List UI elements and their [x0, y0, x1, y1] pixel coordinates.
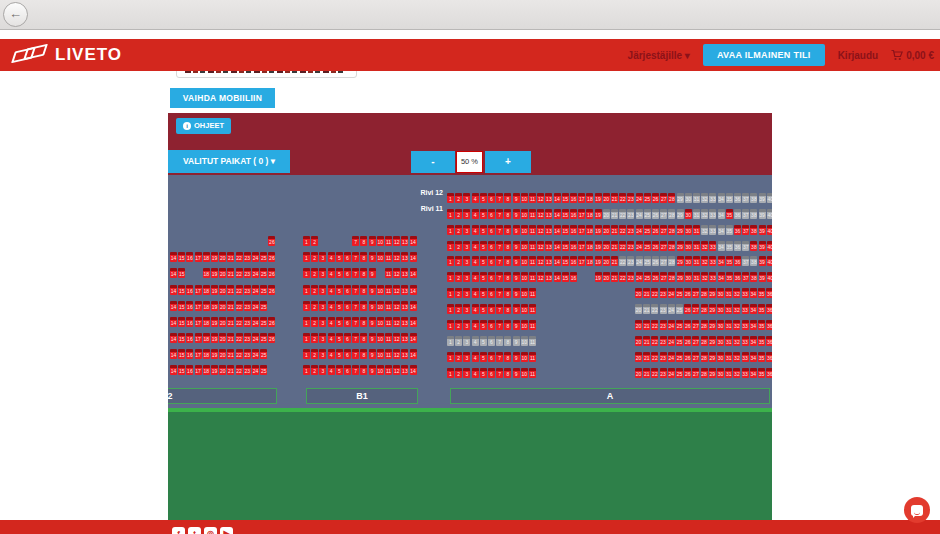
seat[interactable]: 17: [195, 349, 202, 359]
seat[interactable]: 29: [709, 304, 716, 314]
seat[interactable]: 35: [758, 320, 765, 330]
seat[interactable]: 14: [410, 301, 417, 311]
seat[interactable]: 27: [660, 193, 667, 203]
seat[interactable]: 20: [603, 241, 610, 251]
seat[interactable]: 17: [195, 252, 202, 262]
seat[interactable]: 9: [369, 349, 376, 359]
seat[interactable]: 13: [401, 301, 408, 311]
seat[interactable]: 5: [480, 288, 487, 298]
seat[interactable]: 27: [692, 320, 699, 330]
seat[interactable]: 31: [693, 225, 700, 235]
seat[interactable]: 14: [410, 333, 417, 343]
seat[interactable]: 35: [726, 209, 733, 219]
seat[interactable]: 31: [725, 352, 732, 362]
seat[interactable]: 2: [311, 236, 318, 246]
seat[interactable]: 7: [352, 333, 359, 343]
seat[interactable]: 33: [742, 352, 749, 362]
seat[interactable]: 15: [562, 256, 569, 266]
seat[interactable]: 4: [472, 288, 479, 298]
seat[interactable]: 12: [393, 268, 400, 278]
seat[interactable]: 5: [480, 320, 487, 330]
seat[interactable]: 11: [529, 320, 536, 330]
seat[interactable]: 5: [480, 304, 487, 314]
seat[interactable]: 9: [369, 268, 376, 278]
seat[interactable]: 23: [627, 225, 634, 235]
seat[interactable]: 24: [252, 301, 259, 311]
seat[interactable]: 26: [652, 193, 659, 203]
seat[interactable]: 14: [170, 285, 177, 295]
seat[interactable]: 5: [480, 272, 487, 282]
seat[interactable]: 4: [472, 209, 479, 219]
seat[interactable]: 6: [488, 256, 495, 266]
seat[interactable]: 21: [227, 317, 234, 327]
seat[interactable]: 35: [758, 288, 765, 298]
seat[interactable]: 6: [488, 241, 495, 251]
seat[interactable]: 22: [651, 320, 658, 330]
seat[interactable]: 21: [643, 368, 650, 378]
seat[interactable]: 25: [260, 317, 267, 327]
seat[interactable]: 24: [252, 349, 259, 359]
seat[interactable]: 15: [562, 225, 569, 235]
seat[interactable]: 25: [260, 252, 267, 262]
seat[interactable]: 9: [369, 285, 376, 295]
seat[interactable]: 30: [685, 272, 692, 282]
seat[interactable]: 1: [303, 268, 310, 278]
seat[interactable]: 9: [513, 304, 520, 314]
seat[interactable]: 12: [537, 225, 544, 235]
seat[interactable]: 22: [651, 288, 658, 298]
seat[interactable]: 11: [529, 304, 536, 314]
seat[interactable]: 6: [488, 272, 495, 282]
seat[interactable]: 4: [472, 272, 479, 282]
seat[interactable]: 23: [660, 352, 667, 362]
seat[interactable]: 26: [268, 268, 275, 278]
seat[interactable]: 20: [603, 256, 610, 266]
seat[interactable]: 20: [635, 336, 642, 346]
seat[interactable]: 1: [447, 272, 454, 282]
seat[interactable]: 20: [635, 320, 642, 330]
seat[interactable]: 9: [369, 317, 376, 327]
seat[interactable]: 25: [644, 193, 651, 203]
seat[interactable]: 12: [393, 285, 400, 295]
seat[interactable]: 14: [410, 317, 417, 327]
chat-launcher-button[interactable]: [904, 497, 930, 523]
seat[interactable]: 16: [570, 241, 577, 251]
seat[interactable]: 16: [186, 317, 193, 327]
seat[interactable]: 8: [504, 272, 511, 282]
seat[interactable]: 1: [447, 225, 454, 235]
seat[interactable]: 18: [586, 193, 593, 203]
seat[interactable]: 12: [393, 365, 400, 375]
seat[interactable]: 1: [447, 352, 454, 362]
seat[interactable]: 10: [377, 365, 384, 375]
seat[interactable]: 18: [586, 209, 593, 219]
seat[interactable]: 15: [562, 272, 569, 282]
seat[interactable]: 26: [684, 368, 691, 378]
seat[interactable]: 11: [385, 349, 392, 359]
seat[interactable]: 11: [529, 368, 536, 378]
seat[interactable]: 4: [472, 352, 479, 362]
seat[interactable]: 5: [336, 301, 343, 311]
seat[interactable]: 26: [652, 225, 659, 235]
seat[interactable]: 10: [377, 317, 384, 327]
seat[interactable]: 15: [178, 285, 185, 295]
seat[interactable]: 13: [545, 209, 552, 219]
seat[interactable]: 27: [660, 241, 667, 251]
seat[interactable]: 30: [685, 225, 692, 235]
seat[interactable]: 2: [455, 320, 462, 330]
seat[interactable]: 38: [750, 225, 757, 235]
seat[interactable]: 18: [203, 252, 210, 262]
seat[interactable]: 7: [352, 252, 359, 262]
seat[interactable]: 36: [734, 256, 741, 266]
seat[interactable]: 7: [496, 288, 503, 298]
seat[interactable]: 13: [401, 365, 408, 375]
seat[interactable]: 1: [303, 236, 310, 246]
seat[interactable]: 33: [709, 272, 716, 282]
seat[interactable]: 32: [733, 352, 740, 362]
seat[interactable]: 10: [521, 209, 528, 219]
seat[interactable]: 11: [385, 268, 392, 278]
seat[interactable]: 7: [496, 304, 503, 314]
seat[interactable]: 24: [636, 241, 643, 251]
seat[interactable]: 31: [725, 320, 732, 330]
seat[interactable]: 26: [684, 288, 691, 298]
seat[interactable]: 21: [611, 225, 618, 235]
seat[interactable]: 4: [472, 320, 479, 330]
